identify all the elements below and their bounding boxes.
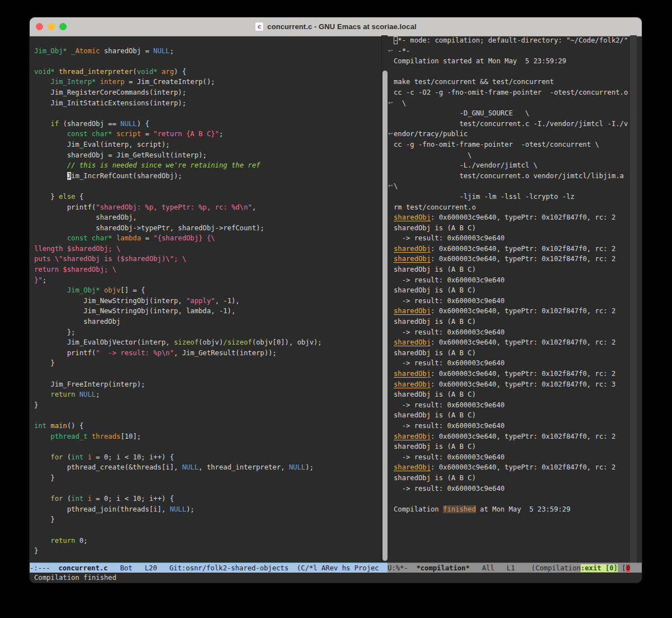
compilation-output-line[interactable]: sharedObj is (A B C) xyxy=(394,410,630,421)
compilation-output-line[interactable]: sharedObj: 0x600003c9e640, typePtr: 0x10… xyxy=(394,337,630,348)
compilation-output-line[interactable]: sharedObj is (A B C) xyxy=(394,389,630,400)
code-line[interactable]: sharedObj = Jim_GetResult(interp); xyxy=(34,150,381,161)
code-line[interactable]: sharedObj->typePtr, sharedObj->refCount)… xyxy=(34,223,381,234)
code-line[interactable] xyxy=(34,108,381,119)
compilation-buffer[interactable]: -*- mode: compilation; default-directory… xyxy=(388,35,630,563)
code-line[interactable]: void* thread_interpreter(void* arg) { xyxy=(34,67,381,77)
code-line[interactable] xyxy=(34,410,381,421)
compilation-output-line[interactable]: sharedObj is (A B C) xyxy=(394,317,630,327)
code-line[interactable]: puts \"sharedObj is ($sharedObj)\"; \ xyxy=(34,254,381,264)
titlebar[interactable]: c concurrent.c - GNU Emacs at scoriae.lo… xyxy=(30,17,642,36)
code-line[interactable]: } xyxy=(34,473,381,484)
compilation-output-line[interactable]: sharedObj is (A B C) xyxy=(394,285,630,296)
code-line[interactable]: } xyxy=(34,358,381,369)
compilation-output-line[interactable]: test/concurrent.c -I./vendor/jimtcl -I./… xyxy=(394,119,630,129)
code-line[interactable]: pthread_create(&threads[i], NULL, thread… xyxy=(34,462,381,473)
compilation-output-line[interactable] xyxy=(394,67,630,77)
compilation-output-line[interactable]: -> result: 0x600003c9e640 xyxy=(394,484,630,494)
compilation-output-line[interactable]: -> result: 0x600003c9e640 xyxy=(394,358,630,369)
code-line[interactable]: pthread_t threads[10]; xyxy=(34,431,381,442)
left-buffer-scrollbar[interactable] xyxy=(382,35,388,563)
code-line[interactable]: return 0; xyxy=(34,536,381,546)
compilation-output-line[interactable]: Compilation finished at Mon May 5 23:59:… xyxy=(394,504,630,515)
compilation-output-line[interactable]: Compilation started at Mon May 5 23:59:2… xyxy=(394,56,630,67)
code-line[interactable] xyxy=(34,35,381,46)
code-line[interactable]: Jim_EvalObjVector(interp, sizeof(objv)/s… xyxy=(34,337,381,348)
compilation-output-line[interactable]: sharedObj is (A B C) xyxy=(394,442,630,452)
compilation-output-line[interactable]: -ljim -lm -lssl -lcrypto -lz xyxy=(394,192,630,202)
compilation-output-line[interactable]: \ xyxy=(394,150,630,161)
compilation-output-line[interactable]: \↩ xyxy=(394,181,630,192)
file-proxy-icon[interactable]: c xyxy=(255,22,264,31)
code-line[interactable]: printf(" -> result: %p\n", Jim_GetResult… xyxy=(34,348,381,359)
source-code-buffer[interactable]: Jim_Obj* _Atomic sharedObj = NULL;void* … xyxy=(30,35,381,563)
compilation-output-line[interactable]: make test/concurrent && test/concurrent xyxy=(394,77,630,87)
compilation-output-line[interactable]: sharedObj: 0x600003c9e640, typePtr: 0x10… xyxy=(394,306,630,317)
code-line[interactable]: Jim_Interp* interp = Jim_CreateInterp(); xyxy=(34,77,381,87)
code-line[interactable]: printf("sharedObj: %p, typePtr: %p, rc: … xyxy=(34,202,381,213)
code-line[interactable]: }; xyxy=(34,327,381,338)
zoom-button[interactable] xyxy=(59,23,67,30)
code-line[interactable]: for (int i = 0; i < 10; i++) { xyxy=(34,494,381,504)
code-line[interactable]: return NULL; xyxy=(34,389,381,400)
code-line[interactable]: pthread_join(threads[i], NULL); xyxy=(34,504,381,515)
code-line[interactable]: Jim_Eval(interp, script); xyxy=(34,140,381,150)
code-line[interactable]: const char* lambda = "{sharedObj} {\ xyxy=(34,233,381,244)
compilation-output-line[interactable]: sharedObj is (A B C) xyxy=(394,473,630,484)
code-line[interactable]: Jim_NewStringObj(interp, lambda, -1), xyxy=(34,306,381,317)
echo-area[interactable]: Compilation finished xyxy=(30,573,642,583)
code-line[interactable]: Jim_NewStringObj(interp, "apply", -1), xyxy=(34,296,381,306)
compilation-output-line[interactable]: -*- mode: compilation; default-directory… xyxy=(394,35,630,46)
compilation-output-line[interactable]: sharedObj: 0x600003c9e640, typePtr: 0x10… xyxy=(394,431,630,442)
compilation-output-line[interactable]: -> result: 0x600003c9e640 xyxy=(394,452,630,463)
code-line[interactable] xyxy=(34,442,381,452)
compilation-output-line[interactable]: -L./vendor/jimtcl \ xyxy=(394,160,630,171)
code-line[interactable]: // this is needed since we're retaining … xyxy=(34,160,381,171)
compilation-output-line[interactable]: sharedObj: 0x600003c9e640, typePtr: 0x10… xyxy=(394,254,630,264)
modeline-compilation-buffer[interactable]: U:%*- *compilation* All L1 (Compilation:… xyxy=(388,563,642,573)
code-line[interactable]: } xyxy=(34,400,381,411)
compilation-output-line[interactable]: -D_GNU_SOURCE \ xyxy=(394,108,630,119)
compilation-output-line[interactable]: sharedObj is (A B C) xyxy=(394,264,630,275)
code-line[interactable]: Jim_Obj* _Atomic sharedObj = NULL; xyxy=(34,46,381,57)
compilation-output-line[interactable]: sharedObj: 0x600003c9e640, typePtr: 0x10… xyxy=(394,244,630,254)
compilation-output-line[interactable]: sharedObj: 0x600003c9e640, typePtr: 0x10… xyxy=(394,369,630,379)
modeline-source-buffer[interactable]: -:--- concurrent.c Bot L20 Git:osnr/folk… xyxy=(30,563,388,573)
code-line[interactable]: return $sharedObj; \ xyxy=(34,264,381,275)
code-line[interactable]: sharedObj xyxy=(34,317,381,327)
code-line[interactable]: sharedObj, xyxy=(34,212,381,223)
compilation-output-line[interactable]: sharedObj is (A B C) xyxy=(394,223,630,234)
compilation-output-line[interactable]: test/concurrent.o vendor/jimtcl/libjim.a… xyxy=(394,171,630,182)
code-line[interactable] xyxy=(34,484,381,494)
compilation-output-line[interactable]: sharedObj: 0x600003c9e640, typePtr: 0x10… xyxy=(394,212,630,223)
close-button[interactable] xyxy=(36,23,43,30)
compilation-output-line[interactable]: cc -g -fno-omit-frame-pointer -otest/con… xyxy=(394,140,630,150)
code-line[interactable] xyxy=(34,525,381,536)
code-line[interactable]: for (int i = 0; i < 10; i++) { xyxy=(34,452,381,463)
code-line[interactable]: Jim_Obj* objv[] = { xyxy=(34,285,381,296)
compilation-output-line[interactable]: -> result: 0x600003c9e640 xyxy=(394,421,630,431)
compilation-output-line[interactable]: \↩ xyxy=(394,98,630,109)
compilation-output-line[interactable]: -> result: 0x600003c9e640 xyxy=(394,400,630,411)
compilation-output-line[interactable] xyxy=(394,494,630,504)
code-line[interactable]: Jim_FreeInterp(interp); xyxy=(34,379,381,390)
code-line[interactable]: llength $sharedObj; \ xyxy=(34,244,381,254)
code-line[interactable]: int main() { xyxy=(34,421,381,431)
right-buffer-scrollbar[interactable] xyxy=(630,35,637,563)
code-line[interactable] xyxy=(34,369,381,379)
compilation-output-line[interactable]: sharedObj is (A B C) xyxy=(394,348,630,359)
compilation-output-line[interactable]: -> result: 0x600003c9e640 xyxy=(394,327,630,338)
code-line[interactable]: Jim_InitStaticExtensions(interp); xyxy=(34,98,381,109)
code-line[interactable]: } else { xyxy=(34,192,381,202)
compilation-output-line[interactable]: sharedObj: 0x600003c9e640, typePtr: 0x10… xyxy=(394,379,630,390)
compilation-output-line[interactable]: -> result: 0x600003c9e640 xyxy=(394,275,630,286)
code-line[interactable] xyxy=(34,56,381,67)
compilation-output-line[interactable]: -> result: 0x600003c9e640 xyxy=(394,233,630,244)
compilation-output-line[interactable]: cc -c -O2 -g -fno-omit-frame-pointer -ot… xyxy=(394,87,630,98)
compilation-output-line[interactable]: -> result: 0x600003c9e640 xyxy=(394,296,630,306)
compilation-output-line[interactable]: -*-↩ xyxy=(394,46,630,57)
minimize-button[interactable] xyxy=(48,23,55,30)
scrollbar-thumb[interactable] xyxy=(382,71,388,561)
code-line[interactable] xyxy=(34,181,381,192)
code-line[interactable]: Jim_RegisterCoreCommands(interp); xyxy=(34,87,381,98)
